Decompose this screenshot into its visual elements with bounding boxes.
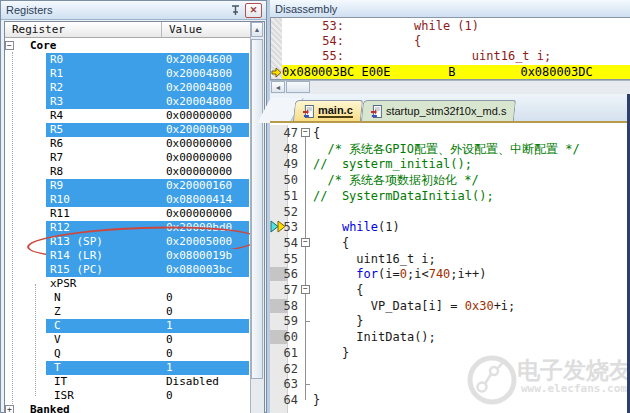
registers-titlebar[interactable]: Registers xyxy=(1,1,266,20)
disassembly-titlebar[interactable]: Disassembly xyxy=(270,0,630,18)
fold-collapse-icon[interactable]: − xyxy=(301,238,310,247)
register-row[interactable]: xPSR xyxy=(5,277,251,291)
editor-line[interactable]: 64} xyxy=(270,392,627,408)
register-row[interactable]: −Core xyxy=(5,39,251,53)
register-row[interactable]: ISR0 xyxy=(5,389,251,403)
register-label: R7 xyxy=(50,151,63,165)
line-number: 60 xyxy=(272,329,298,345)
code-text: /* 系统各GPIO配置、外设配置、中断配置 */ xyxy=(313,141,580,157)
register-label: R0 xyxy=(50,53,63,67)
disasm-source-line[interactable]: 53:while (1) xyxy=(271,19,630,34)
horizontal-scrollbar[interactable]: ◄ xyxy=(270,80,630,94)
fold-collapse-icon[interactable]: − xyxy=(301,128,310,137)
editor-line[interactable]: 52 xyxy=(270,204,627,220)
register-value: 0x20000b90 xyxy=(166,123,232,137)
register-row[interactable]: R30x20004800 xyxy=(5,95,251,109)
register-row[interactable]: R00x20004600 xyxy=(5,53,251,67)
scroll-left-button[interactable]: ◄ xyxy=(271,81,285,93)
register-row[interactable]: R40x00000000 xyxy=(5,109,251,123)
editor-line[interactable]: 62 xyxy=(270,361,627,377)
editor-line[interactable]: 61 } xyxy=(270,345,627,361)
collapse-icon[interactable]: − xyxy=(5,41,14,50)
register-row[interactable]: C1 xyxy=(5,319,251,333)
disassembly-content[interactable]: 53:while (1)54:{55: uint16_t i; 0x080003… xyxy=(270,17,630,80)
editor-line[interactable]: 48 /* 系统各GPIO配置、外设配置、中断配置 */ xyxy=(270,141,627,157)
register-row[interactable]: Q0 xyxy=(5,347,251,361)
register-row[interactable]: R70x00000000 xyxy=(5,151,251,165)
fold-collapse-icon[interactable]: − xyxy=(301,285,310,294)
line-number: 52 xyxy=(272,204,298,220)
editor-line[interactable]: 63 xyxy=(270,376,627,392)
register-value: 0 xyxy=(166,305,173,319)
register-row[interactable]: N0 xyxy=(5,291,251,305)
editor-line[interactable]: 58 VP_Data[i] = 0x30+i; xyxy=(270,298,627,314)
register-row[interactable]: R110x00000000 xyxy=(5,207,251,221)
editor-line[interactable]: 47−{ xyxy=(270,125,627,141)
register-row[interactable]: R14 (LR)0x0800019b xyxy=(5,249,251,263)
disasm-source-line[interactable]: 55: uint16_t i; xyxy=(271,49,630,64)
register-label: R11 xyxy=(50,207,70,221)
tab-startup-s[interactable]: startup_stm32f10x_md.s xyxy=(361,100,517,121)
register-row[interactable]: Z0 xyxy=(5,305,251,319)
editor-line[interactable]: 49// systerm_initial(); xyxy=(270,156,627,172)
vertical-scrollbar[interactable]: ▲ xyxy=(250,22,264,413)
scroll-thumb[interactable] xyxy=(251,39,263,379)
register-label: Banked xyxy=(30,403,70,413)
register-row[interactable]: R20x20004800 xyxy=(5,81,251,95)
registers-panel-title: Registers xyxy=(1,4,52,16)
tab-main-c[interactable]: main.c xyxy=(293,100,363,121)
editor-line[interactable]: 60 InitData(); xyxy=(270,329,627,345)
editor-line[interactable]: 54− { xyxy=(270,235,627,251)
register-row[interactable]: T1 xyxy=(5,361,251,375)
register-row[interactable]: R80x00000000 xyxy=(5,165,251,179)
scroll-thumb[interactable] xyxy=(286,81,310,93)
line-number: 57 xyxy=(272,282,298,298)
register-value: 0x20004800 xyxy=(166,95,232,109)
register-label: Core xyxy=(30,39,57,53)
register-row[interactable]: R120x20000bd0 xyxy=(5,221,251,235)
register-row[interactable]: V0 xyxy=(5,333,251,347)
register-row[interactable]: R60x00000000 xyxy=(5,137,251,151)
register-value: 0x00000000 xyxy=(166,207,232,221)
disasm-source-line[interactable]: 54:{ xyxy=(271,34,630,49)
register-row[interactable]: +Banked xyxy=(5,403,251,413)
editor-content[interactable]: 47−{48 /* 系统各GPIO配置、外设配置、中断配置 */49// sys… xyxy=(270,125,627,413)
code-text: for(i=0;i<740;i++) xyxy=(313,266,486,282)
register-row[interactable]: R100x08000414 xyxy=(5,193,251,207)
scroll-up-button[interactable]: ▲ xyxy=(251,22,263,37)
register-row-highlight xyxy=(46,361,249,375)
register-row[interactable]: R90x20000160 xyxy=(5,179,251,193)
register-value: Disabled xyxy=(166,375,219,389)
disasm-line-number: 55: xyxy=(282,49,344,64)
register-label: N xyxy=(54,291,61,305)
editor-line[interactable]: 50 /* 系统各项数据初始化 */ xyxy=(270,172,627,188)
register-value: 0 xyxy=(166,347,173,361)
register-row[interactable]: ITDisabled xyxy=(5,375,251,389)
register-label: xPSR xyxy=(50,277,77,291)
expand-icon[interactable]: + xyxy=(5,405,14,413)
column-header-value[interactable]: Value xyxy=(162,22,253,38)
editor-line[interactable]: 51// SystermDataInitial(); xyxy=(270,188,627,204)
keil-debug-screen: Registers ✕ Register Value −CoreR00x2000… xyxy=(0,0,630,413)
disasm-source-code: { xyxy=(414,34,421,49)
editor-line[interactable]: 56 for(i=0;i<740;i++) xyxy=(270,266,627,282)
pin-icon[interactable] xyxy=(228,3,243,16)
fold-end-tick xyxy=(305,384,310,385)
register-row[interactable]: R13 (SP)0x20005000 xyxy=(5,235,251,249)
register-value: 0 xyxy=(166,333,173,347)
editor-line[interactable]: 57− { xyxy=(270,282,627,298)
editor-line[interactable]: 53 while(1) xyxy=(270,219,627,235)
close-icon[interactable]: ✕ xyxy=(245,3,262,18)
register-row[interactable]: R50x20000b90 xyxy=(5,123,251,137)
register-row[interactable]: R10x20004800 xyxy=(5,67,251,81)
editor-line[interactable]: 55 uint16_t i; xyxy=(270,251,627,267)
register-row-highlight xyxy=(46,319,249,333)
register-label: R3 xyxy=(50,95,63,109)
tabbar-underline xyxy=(270,121,630,123)
register-row[interactable]: R15 (PC)0x080003bc xyxy=(5,263,251,277)
editor-line[interactable]: 59 } xyxy=(270,313,627,329)
register-label: R12 xyxy=(50,221,70,235)
register-value: 0 xyxy=(166,389,173,403)
disasm-current-line[interactable]: 0x080003BC E00E B 0x080003DC xyxy=(282,65,630,80)
column-header-register[interactable]: Register xyxy=(5,22,162,38)
